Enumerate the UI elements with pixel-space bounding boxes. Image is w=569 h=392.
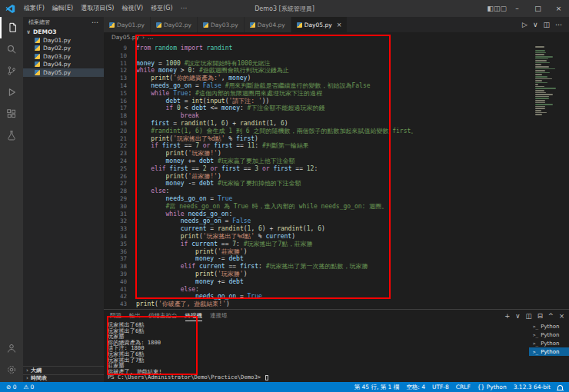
activity-run-debug[interactable]	[0, 81, 23, 103]
activity-testing[interactable]	[0, 125, 23, 146]
sidebar-more-actions-icon[interactable]: ⋯	[92, 18, 98, 26]
terminal-list-item[interactable]: >_Python	[529, 322, 569, 331]
tab-day05-py[interactable]: Day05.py×	[291, 17, 348, 32]
terminal[interactable]: 玩家搖出了6點玩家搖出了6點玩家勝你的總資產為: 1800請下注: 1800玩家…	[108, 322, 527, 381]
explorer-root-folder[interactable]: ∨ DEMO3	[23, 28, 104, 36]
vscode-window: 檔案(F)編輯(E)選取項目(S)檢視(V)移至(G)⋯ Demo3 [系統管理…	[0, 0, 569, 392]
sidebar-section-timeline[interactable]: ›時間表	[23, 374, 104, 383]
maximize-button[interactable]: □	[527, 0, 548, 17]
code-text: print('你破產了, 遊戲結束!')	[136, 301, 230, 307]
panel-tab-problems[interactable]: 問題	[110, 310, 121, 321]
menu-item[interactable]: 編輯(E)	[48, 5, 77, 12]
breadcrumb-file[interactable]: Day05.py	[111, 34, 139, 41]
code-line: 40 money += debt	[104, 278, 569, 286]
code-text: needs_go_on = False #用來判斷遊戲是否繼續進行的變數，初始設…	[136, 82, 371, 89]
panel-tab-terminal[interactable]: 終端機	[185, 310, 203, 321]
menu-item[interactable]: 檔案(F)	[20, 5, 48, 12]
line-number: 31	[108, 211, 127, 218]
close-panel-icon[interactable]: ×	[559, 312, 564, 320]
tab-day02-py[interactable]: Day02.py	[151, 17, 198, 32]
code-line: 22 if first == 7 or first == 11: #判斷第一輪結…	[104, 142, 569, 150]
status-eol[interactable]: CRLF	[456, 384, 471, 390]
window-title: Demo3 [系統管理員]	[255, 5, 314, 13]
file-item-day01-py[interactable]: Day01.py	[23, 36, 104, 45]
close-tab-icon[interactable]: ×	[337, 22, 342, 28]
status-warnings[interactable]: ⚠ 0	[23, 384, 34, 390]
file-label: Day03.py	[43, 53, 71, 60]
breadcrumb-more[interactable]: …	[148, 34, 154, 41]
panel-tab-output[interactable]: 輸出	[129, 310, 141, 321]
code-line: 31 while needs_go_on:	[104, 211, 569, 218]
terminal-dropdown-icon[interactable]: ∨	[515, 312, 520, 320]
minimap[interactable]	[535, 46, 566, 115]
split-editor-icon[interactable]: ◫	[543, 21, 550, 28]
code-line: 27 money -= debt #玩家輸了要扣掉他的下注金額	[104, 180, 569, 188]
status-errors[interactable]: ⊘ 0	[6, 384, 16, 390]
status-language-mode[interactable]: {} Python	[477, 384, 507, 390]
code-line: 23 print('玩家勝!')	[104, 150, 569, 158]
tab-label: Day01.py	[117, 22, 145, 28]
maximize-panel-icon[interactable]: ^	[548, 312, 554, 320]
minimize-button[interactable]: –	[507, 0, 527, 17]
flask-icon	[6, 130, 17, 141]
minimap-line	[535, 58, 548, 60]
close-button[interactable]: ×	[548, 0, 569, 17]
toggle-sidebar-icon[interactable]: ◧	[487, 5, 494, 12]
notification-bell-icon[interactable]	[557, 385, 563, 390]
code-text: #當 needs_go_on 為 True 時，進入內部的 while need…	[136, 203, 388, 210]
sidebar-title: 檔案總管	[28, 18, 50, 26]
activity-extensions[interactable]	[0, 103, 23, 125]
status-encoding[interactable]: UTF-8	[432, 384, 449, 390]
activity-settings[interactable]	[0, 359, 23, 380]
panel-tab-debug-console[interactable]: 偵錯主控台	[148, 310, 178, 321]
activity-source-control[interactable]	[0, 60, 23, 81]
terminal-list-item[interactable]: >_Python	[529, 339, 569, 347]
menu-item[interactable]: 檢視(V)	[118, 5, 147, 12]
menu-item[interactable]: ⋯	[177, 5, 191, 12]
code-text: money -= debt	[136, 255, 244, 262]
file-item-day02-py[interactable]: Day02.py	[23, 45, 104, 53]
breadcrumb[interactable]: Day05.py › …	[104, 32, 569, 42]
more-actions-icon[interactable]: ⋯	[555, 21, 562, 28]
file-item-day05-py[interactable]: Day05.py	[23, 68, 104, 77]
terminal-prompt: PS C:\Users\Administrator\Demo\Practice\…	[108, 374, 264, 380]
code-editor[interactable]: 9from random import randint1011money = 1…	[104, 42, 569, 309]
code-line: 43print('你破產了, 遊戲結束!')	[104, 301, 569, 308]
split-terminal-icon[interactable]: ◫	[526, 312, 532, 320]
customize-layout-icon[interactable]: ▢	[500, 5, 507, 12]
activity-account[interactable]	[0, 337, 23, 359]
menu-item[interactable]: 移至(G)	[147, 5, 176, 12]
code-line: 19 first = randint(1, 6) + randint(1, 6)	[104, 120, 569, 128]
new-terminal-icon[interactable]: +	[504, 312, 510, 320]
minimap-line	[535, 88, 556, 89]
file-item-day04-py[interactable]: Day04.py	[23, 61, 104, 69]
kill-terminal-icon[interactable]: ⊟	[537, 312, 543, 320]
tab-day01-py[interactable]: Day01.py	[104, 17, 151, 32]
tab-day04-py[interactable]: Day04.py	[245, 17, 291, 32]
run-python-file-button[interactable]: ▷	[522, 21, 527, 28]
panel-tab-ports[interactable]: 連接埠	[210, 310, 228, 321]
activity-bar	[0, 17, 23, 382]
activity-search[interactable]	[0, 38, 23, 60]
run-dropdown-icon[interactable]: ∨	[533, 21, 538, 28]
minimap-line	[535, 96, 549, 98]
status-python-version[interactable]: 3.12.3 64-bit	[514, 384, 551, 390]
tab-day03-py[interactable]: Day03.py	[198, 17, 245, 32]
terminal-list-item[interactable]: >_Python	[529, 331, 569, 339]
extensions-icon	[6, 108, 17, 119]
minimap-line	[535, 112, 547, 114]
activity-explorer[interactable]	[0, 17, 23, 38]
file-item-day03-py[interactable]: Day03.py	[23, 52, 104, 61]
line-number: 14	[108, 82, 127, 90]
status-cursor-position[interactable]: 第 45 行, 第 1 欄	[354, 384, 400, 391]
python-file-icon	[156, 22, 161, 28]
line-number: 32	[108, 218, 127, 225]
terminal-list-item[interactable]: >_Python	[529, 347, 569, 356]
code-text: while money > 0: #遊戲迴圈會執行到玩家沒錢為止	[136, 67, 289, 74]
terminal-output-line: 玩家搖出了7點	[108, 357, 527, 364]
menu-item[interactable]: 選取項目(S)	[77, 5, 118, 12]
terminal-prompt-line[interactable]: PS C:\Users\Administrator\Demo\Practice\…	[108, 374, 527, 380]
status-indentation[interactable]: 空格: 4	[406, 384, 425, 391]
sidebar-section-outline[interactable]: ›大綱	[23, 366, 104, 374]
bottom-panel: 問題輸出偵錯主控台終端機連接埠 +∨◫⊟^× 玩家搖出了6點玩家搖出了6點玩家勝…	[104, 309, 569, 382]
